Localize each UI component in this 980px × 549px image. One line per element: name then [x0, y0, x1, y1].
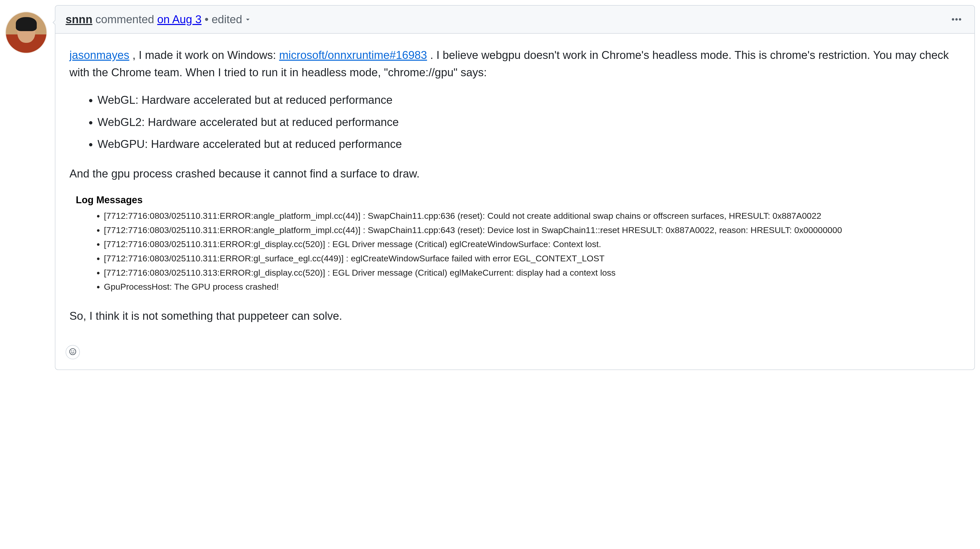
list-item: WebGL2: Hardware accelerated but at redu…	[97, 113, 960, 131]
issue-reference-link[interactable]: microsoft/onnxruntime#16983	[279, 49, 427, 61]
comment-paragraph-1: jasonmayes , I made it work on Windows: …	[69, 46, 960, 81]
comment-wrapper: snnn commented on Aug 3 • edited	[5, 5, 975, 370]
log-line: [7712:7716:0803/025110.311:ERROR:gl_surf…	[104, 252, 960, 265]
list-item: WebGPU: Hardware accelerated but at redu…	[97, 135, 960, 153]
comment-paragraph-3: So, I think it is not something that pup…	[69, 307, 960, 325]
comment-header: snnn commented on Aug 3 • edited	[56, 6, 974, 34]
svg-point-5	[73, 351, 74, 351]
edited-label: edited	[212, 13, 242, 26]
log-line: [7712:7716:0803/025110.311:ERROR:angle_p…	[104, 209, 960, 222]
svg-point-4	[72, 351, 72, 351]
log-messages-block: Log Messages [7712:7716:0803/025110.311:…	[76, 192, 960, 293]
edited-history-button[interactable]: edited	[212, 13, 251, 26]
caret-down-icon	[244, 13, 251, 26]
svg-point-2	[959, 18, 961, 21]
comment-body: jasonmayes , I made it work on Windows: …	[56, 34, 974, 345]
smiley-icon	[68, 347, 77, 357]
kebab-horizontal-icon	[951, 14, 962, 25]
comment-actions-menu-button[interactable]	[949, 12, 964, 27]
comment-author-link[interactable]: snnn	[65, 13, 92, 26]
reaction-bar	[56, 345, 974, 370]
comment-box: snnn commented on Aug 3 • edited	[55, 5, 975, 370]
comment-paragraph-2: And the gpu process crashed because it c…	[69, 165, 960, 182]
header-separator: •	[205, 13, 208, 26]
avatar[interactable]	[5, 11, 47, 54]
log-line: GpuProcessHost: The GPU process crashed!	[104, 281, 960, 293]
log-messages-title: Log Messages	[76, 192, 960, 208]
para1-seg1: , I made it work on Windows:	[129, 49, 279, 61]
svg-point-0	[952, 18, 954, 21]
comment-timestamp-link[interactable]: on Aug 3	[157, 13, 202, 26]
user-mention-link[interactable]: jasonmayes	[69, 49, 129, 61]
log-line: [7712:7716:0803/025110.311:ERROR:gl_disp…	[104, 238, 960, 251]
svg-point-1	[955, 18, 958, 21]
svg-point-3	[70, 349, 76, 355]
add-reaction-button[interactable]	[65, 345, 80, 359]
gpu-status-list: WebGL: Hardware accelerated but at reduc…	[69, 91, 960, 153]
log-line: [7712:7716:0803/025110.311:ERROR:angle_p…	[104, 224, 960, 236]
list-item: WebGL: Hardware accelerated but at reduc…	[97, 91, 960, 109]
log-line: [7712:7716:0803/025110.313:ERROR:gl_disp…	[104, 267, 960, 279]
comment-action-prefix: commented	[95, 13, 154, 26]
comment-header-left: snnn commented on Aug 3 • edited	[65, 13, 251, 26]
log-messages-list: [7712:7716:0803/025110.311:ERROR:angle_p…	[76, 209, 960, 293]
